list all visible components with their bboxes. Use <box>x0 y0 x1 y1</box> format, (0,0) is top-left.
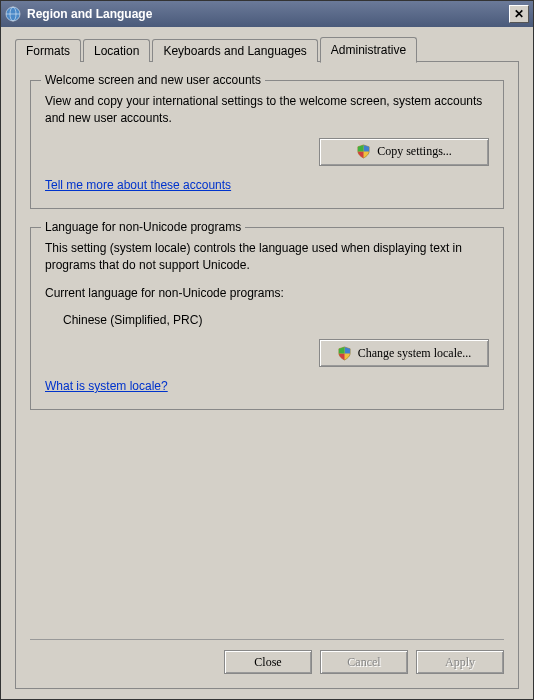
change-system-locale-button[interactable]: Change system locale... <box>319 339 489 367</box>
titlebar: Region and Language ✕ <box>1 1 533 27</box>
tab-label: Location <box>94 44 139 58</box>
what-is-system-locale-link[interactable]: What is system locale? <box>45 379 168 393</box>
current-language-label: Current language for non-Unicode program… <box>45 285 489 302</box>
globe-icon <box>5 6 21 22</box>
close-icon: ✕ <box>514 7 524 21</box>
tab-strip: Formats Location Keyboards and Languages… <box>15 37 519 62</box>
group-title: Language for non-Unicode programs <box>41 220 245 234</box>
tab-formats[interactable]: Formats <box>15 39 81 62</box>
current-language-value: Chinese (Simplified, PRC) <box>63 312 489 329</box>
tab-label: Formats <box>26 44 70 58</box>
tab-keyboards[interactable]: Keyboards and Languages <box>152 39 317 62</box>
tab-administrative[interactable]: Administrative <box>320 37 417 63</box>
dialog-button-bar: Close Cancel Apply <box>30 639 504 674</box>
close-button[interactable]: Close <box>224 650 312 674</box>
uac-shield-icon <box>337 346 352 361</box>
non-unicode-desc: This setting (system locale) controls th… <box>45 240 489 275</box>
close-window-button[interactable]: ✕ <box>509 5 529 23</box>
cancel-button: Cancel <box>320 650 408 674</box>
welcome-screen-group: Welcome screen and new user accounts Vie… <box>30 80 504 209</box>
window-title: Region and Language <box>27 7 509 21</box>
tab-label: Administrative <box>331 43 406 57</box>
group-title: Welcome screen and new user accounts <box>41 73 265 87</box>
tab-location[interactable]: Location <box>83 39 150 62</box>
button-label: Change system locale... <box>358 346 472 361</box>
content-area: Formats Location Keyboards and Languages… <box>1 27 533 699</box>
copy-settings-button[interactable]: Copy settings... <box>319 138 489 166</box>
tell-me-more-link[interactable]: Tell me more about these accounts <box>45 178 231 192</box>
welcome-screen-desc: View and copy your international setting… <box>45 93 489 128</box>
tab-label: Keyboards and Languages <box>163 44 306 58</box>
tab-panel-administrative: Welcome screen and new user accounts Vie… <box>15 61 519 689</box>
button-label: Copy settings... <box>377 144 452 159</box>
non-unicode-group: Language for non-Unicode programs This s… <box>30 227 504 411</box>
apply-button: Apply <box>416 650 504 674</box>
uac-shield-icon <box>356 144 371 159</box>
